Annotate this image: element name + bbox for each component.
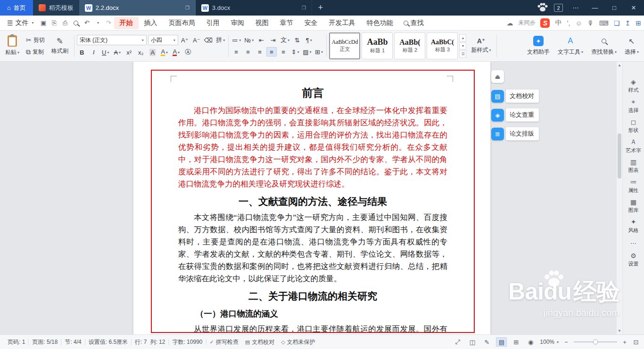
apps-grid-icon[interactable]: ⊞ <box>636 19 641 27</box>
ime-chinese-icon[interactable]: 中 <box>555 19 561 27</box>
more-button[interactable]: ⋯ <box>569 0 582 16</box>
doc-proofread-button[interactable]: ▤ 文档校对 <box>491 89 539 103</box>
ribbon-tab-features[interactable]: 特色功能 <box>361 17 399 29</box>
document-heading-2[interactable]: 二、关于港口物流的相关研究 <box>178 290 447 303</box>
asian-layout-button[interactable]: 文▾ <box>280 35 290 45</box>
style-card-heading3[interactable]: AaBbC( 标题 3 <box>427 32 458 59</box>
undo-icon[interactable]: ↶ <box>82 18 92 28</box>
rail-item-wordart[interactable]: Ａ 艺术字 <box>626 138 641 153</box>
upload-icon[interactable]: ↥ <box>625 19 631 27</box>
ribbon-tab-page-layout[interactable]: 页面布局 <box>163 17 201 29</box>
save-icon[interactable]: ▣ <box>38 18 49 28</box>
new-tab-button[interactable]: + <box>312 0 329 16</box>
plagiarism-check-button[interactable]: ◈ 论文查重 <box>491 108 539 122</box>
select-button[interactable]: ↖ 选择▾ <box>621 32 642 59</box>
line-spacing-button[interactable]: ⇕▾ <box>290 47 300 57</box>
rail-item-shapes[interactable]: ◻ 形状 <box>628 119 639 133</box>
styles-scroll-down-button[interactable]: ▾ <box>459 42 466 49</box>
tab-window-icon[interactable]: ❐ <box>302 5 306 10</box>
document-subheading-1[interactable]: （一）港口物流的涵义 <box>178 308 447 319</box>
rail-item-select[interactable]: ⌖ 选择 <box>628 98 639 113</box>
document-heading-1[interactable]: 一、文献查阅的方法、途径与结果 <box>178 195 447 208</box>
clear-format-button[interactable]: ⌫ <box>203 35 214 45</box>
status-pages[interactable]: 页面: 5/18 <box>29 338 61 346</box>
rail-item-properties[interactable]: ≔ 属性 <box>628 179 639 193</box>
rail-item-style2[interactable]: ✦ 风格 <box>628 219 639 233</box>
increase-font-button[interactable]: A⁺ <box>180 35 190 45</box>
decrease-font-button[interactable]: A⁻ <box>191 35 202 45</box>
tab-count-badge[interactable]: 2 <box>554 4 563 12</box>
document-intro-paragraph[interactable]: 港口作为国际物流中的重要的交通枢纽，在全球经济一体化中发挥着重要作用。港口物流竞… <box>178 105 447 190</box>
protection-button[interactable]: ◇ 文档未保护 <box>278 338 318 346</box>
zoom-level-button[interactable]: 100% ▾ <box>540 339 559 345</box>
zoom-slider[interactable] <box>574 341 617 342</box>
undo-dropdown-icon[interactable]: ▾ <box>92 18 103 28</box>
superscript-button[interactable]: x² <box>124 48 134 57</box>
document-paragraph-1[interactable]: 本文将围绕“港口物流竞争力”这一研究方向，主要通过中国知网、百度搜狗、万方数据、… <box>178 211 447 285</box>
font-size-combobox[interactable]: 小四 ▾ <box>148 35 178 45</box>
underline-button[interactable]: U▾ <box>100 48 111 57</box>
status-page-number[interactable]: 页码: 1 <box>4 338 28 346</box>
italic-button[interactable]: I <box>89 48 99 57</box>
proofread-button[interactable]: ▤ 文档校对 <box>242 338 278 346</box>
ribbon-tab-dev-tools[interactable]: 开发工具 <box>323 17 361 29</box>
copy-button[interactable]: ⧉ 复制 <box>24 48 47 57</box>
find-replace-button[interactable]: 查找替换▾ <box>588 32 620 59</box>
pinyin-guide-button[interactable]: 拼▾ <box>215 35 226 45</box>
print-preview-icon[interactable] <box>71 18 82 28</box>
shading-button[interactable]: ▨▾ <box>302 47 312 57</box>
print-icon[interactable]: ⎙ <box>60 18 71 28</box>
text-tool-button[interactable]: A 文字工具▾ <box>554 32 586 59</box>
ribbon-tab-view[interactable]: 视图 <box>250 17 274 29</box>
scroll-up-button[interactable]: ▲ <box>617 63 622 67</box>
web-layout-icon[interactable]: ⊞ <box>511 337 521 347</box>
document-tab-1[interactable]: W 2.2.docx ❐ <box>79 0 196 16</box>
fit-page-icon[interactable]: ⊡ <box>632 338 640 346</box>
highlight-color-button[interactable]: A▾ <box>159 48 170 57</box>
justify-button[interactable]: ≡ <box>266 47 277 57</box>
align-center-button[interactable]: ≡ <box>243 47 253 57</box>
bold-button[interactable]: B <box>77 48 87 57</box>
document-tab-2[interactable]: W 3.docx ❐ <box>196 0 312 16</box>
microphone-icon[interactable]: 🎙 <box>587 19 594 27</box>
ime-punctuation-icon[interactable]: ’, <box>567 19 570 27</box>
tab-window-icon[interactable]: ❐ <box>185 5 190 10</box>
new-style-button[interactable]: A⁺ 新样式▾ <box>468 32 494 59</box>
status-setting-value[interactable]: 设置值: 6.5厘米 <box>85 338 131 346</box>
status-line[interactable]: 行: 7 <box>132 338 150 346</box>
ribbon-tab-references[interactable]: 引用 <box>201 17 225 29</box>
show-marks-button[interactable]: ¶▾ <box>304 35 314 45</box>
bullets-button[interactable]: ≔▾ <box>231 35 242 45</box>
cut-button[interactable]: ✂ 剪切 <box>24 36 47 45</box>
cloud-sync-icon[interactable]: ☁ <box>506 19 513 27</box>
split-window-icon[interactable]: ❏ <box>614 19 620 27</box>
font-name-combobox[interactable]: 宋体 (正文) ▾ <box>77 35 147 45</box>
file-menu-button[interactable]: ☰ 文件 ▾ <box>3 19 38 27</box>
export-icon[interactable]: ⎘ <box>49 18 60 28</box>
distribute-button[interactable]: ≡ <box>278 47 289 57</box>
thesis-format-button[interactable]: ≣ 论文排版 <box>491 127 539 140</box>
char-border-button[interactable]: Ⓐ <box>183 48 193 57</box>
align-left-button[interactable]: ≡ <box>231 47 241 57</box>
write-mode-icon[interactable]: ✎ <box>481 337 492 347</box>
sogou-input-logo[interactable]: S <box>540 18 550 28</box>
ribbon-tab-section[interactable]: 章节 <box>274 17 299 29</box>
page-view-icon[interactable]: ▤ <box>496 337 507 347</box>
numbering-button[interactable]: №▾ <box>243 35 255 45</box>
style-card-normal[interactable]: AaBbCcDd 正文 <box>329 32 360 59</box>
fullscreen-icon[interactable]: ⤢ <box>452 337 463 347</box>
home-button[interactable]: ⌂ 首页 <box>0 0 33 16</box>
keyboard-icon[interactable]: ⌨ <box>599 19 609 27</box>
style-card-heading2[interactable]: AaBb( 标题 2 <box>394 32 425 59</box>
collapse-panel-button[interactable]: ⏏ <box>491 70 504 83</box>
maximize-button[interactable]: □ <box>608 0 621 16</box>
spellcheck-button[interactable]: ✓ 拼写检查 <box>206 338 242 346</box>
rail-item-chart[interactable]: ▥ 图表 <box>628 159 639 173</box>
format-painter-button[interactable]: ✎ 格式刷 <box>48 32 72 59</box>
decrease-indent-button[interactable]: ⇤ <box>256 35 266 45</box>
rail-item-styles[interactable]: ◈ 样式 <box>628 79 639 93</box>
ribbon-tab-review[interactable]: 审阅 <box>225 17 250 29</box>
rail-item-gallery[interactable]: ▦ 图库 <box>628 199 639 213</box>
close-button[interactable]: ✕ <box>627 0 640 16</box>
redo-icon[interactable]: ↷ <box>103 18 114 28</box>
